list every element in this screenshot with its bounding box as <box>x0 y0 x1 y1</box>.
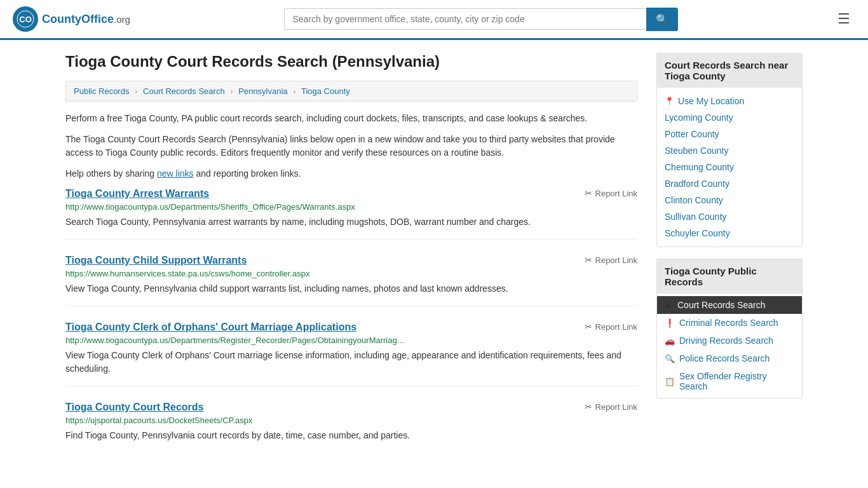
county-link[interactable]: Bradford County <box>665 179 729 189</box>
result-item: Tioga County Clerk of Orphans' Court Mar… <box>65 322 637 386</box>
result-item: Tioga County Arrest Warrants ✂ Report Li… <box>65 188 637 240</box>
result-url[interactable]: http://www.tiogacountypa.us/Departments/… <box>65 202 637 212</box>
results-list: Tioga County Arrest Warrants ✂ Report Li… <box>65 188 637 452</box>
logo-icon: CO <box>13 6 38 32</box>
county-link[interactable]: Sullivan County <box>665 212 726 222</box>
county-link[interactable]: Lycoming County <box>665 112 733 123</box>
sidebar-records-item[interactable]: 🔍 Police Records Search <box>657 349 802 367</box>
county-link[interactable]: Schuyler County <box>665 228 730 238</box>
breadcrumb-public-records[interactable]: Public Records <box>74 86 129 96</box>
search-input[interactable] <box>284 8 646 30</box>
criminal-records-link[interactable]: Criminal Records Search <box>679 318 778 328</box>
logo-text: CountyOffice.org <box>42 13 130 26</box>
county-link[interactable]: Potter County <box>665 129 719 139</box>
report-icon: ✂ <box>585 188 592 198</box>
search-button[interactable]: 🔍 <box>646 8 678 31</box>
hamburger-icon: ☰ <box>837 11 850 27</box>
sidebar-records-item-active[interactable]: 🏛 Court Records Search <box>657 296 802 314</box>
county-link[interactable]: Steuben County <box>665 146 728 156</box>
result-item: Tioga County Child Support Warrants ✂ Re… <box>65 255 637 306</box>
sex-offender-link[interactable]: Sex Offender Registry Search <box>679 371 794 391</box>
public-records-section: Tioga County Public Records 🏛 Court Reco… <box>656 259 803 398</box>
sidebar-records-item[interactable]: 🚗 Driving Records Search <box>657 332 802 349</box>
svg-text:CO: CO <box>19 15 32 24</box>
sidebar-item[interactable]: Potter County <box>657 126 802 142</box>
report-icon: ✂ <box>585 255 592 265</box>
county-link[interactable]: Chemung County <box>665 162 734 172</box>
sidebar-records-item[interactable]: 📋 Sex Offender Registry Search <box>657 367 802 395</box>
criminal-icon: ❗ <box>665 318 675 328</box>
result-desc: View Tioga County Clerk of Orphans' Cour… <box>65 349 637 376</box>
driving-records-link[interactable]: Driving Records Search <box>679 336 773 346</box>
court-icon: 🏛 <box>665 301 673 310</box>
report-link[interactable]: ✂ Report Link <box>585 255 637 265</box>
result-desc: Find Tioga County, Pennsylvania court re… <box>65 429 637 442</box>
result-desc: Search Tioga County, Pennsylvania arrest… <box>65 215 637 229</box>
menu-button[interactable]: ☰ <box>832 8 855 30</box>
description-3: Help others by sharing new links and rep… <box>65 167 637 180</box>
county-link[interactable]: Clinton County <box>665 195 723 205</box>
breadcrumb-court-records[interactable]: Court Records Search <box>143 86 225 96</box>
result-title[interactable]: Tioga County Clerk of Orphans' Court Mar… <box>65 322 356 333</box>
sidebar-item[interactable]: Chemung County <box>657 159 802 175</box>
nearby-title: Court Records Search near Tioga County <box>657 53 802 88</box>
driving-icon: 🚗 <box>665 336 675 346</box>
logo[interactable]: CO CountyOffice.org <box>13 6 130 32</box>
result-url[interactable]: https://www.humanservices.state.pa.us/cs… <box>65 269 637 278</box>
nearby-list: 📍 Use My Location Lycoming County Potter… <box>657 88 802 247</box>
report-link[interactable]: ✂ Report Link <box>585 188 637 198</box>
police-records-link[interactable]: Police Records Search <box>679 353 770 363</box>
result-title[interactable]: Tioga County Arrest Warrants <box>65 188 209 200</box>
report-link[interactable]: ✂ Report Link <box>585 322 637 332</box>
sidebar-item[interactable]: Steuben County <box>657 142 802 159</box>
sidebar-item[interactable]: Lycoming County <box>657 109 802 126</box>
result-title[interactable]: Tioga County Court Records <box>65 402 204 413</box>
police-icon: 🔍 <box>665 354 675 363</box>
public-records-list: 🏛 Court Records Search ❗ Criminal Record… <box>657 294 802 398</box>
public-records-title: Tioga County Public Records <box>657 259 802 294</box>
sidebar-item[interactable]: Schuyler County <box>657 225 802 241</box>
court-records-link[interactable]: Court Records Search <box>677 300 766 310</box>
sidebar: Court Records Search near Tioga County 📍… <box>656 53 803 468</box>
sidebar-item[interactable]: Bradford County <box>657 175 802 192</box>
new-links-link[interactable]: new links <box>157 168 194 179</box>
search-bar: 🔍 <box>284 8 678 31</box>
search-icon: 🔍 <box>656 14 668 25</box>
sidebar-records-item[interactable]: ❗ Criminal Records Search <box>657 314 802 332</box>
description-1: Perform a free Tioga County, PA public c… <box>65 112 637 125</box>
sex-offender-icon: 📋 <box>665 377 675 386</box>
report-icon: ✂ <box>585 322 592 332</box>
result-item: Tioga County Court Records ✂ Report Link… <box>65 402 637 452</box>
use-my-location-link[interactable]: Use My Location <box>678 96 744 106</box>
result-desc: View Tioga County, Pennsylvania child su… <box>65 282 637 295</box>
nearby-section: Court Records Search near Tioga County 📍… <box>656 53 803 247</box>
breadcrumb-pennsylvania[interactable]: Pennsylvania <box>238 86 287 96</box>
page-title: Tioga County Court Records Search (Penns… <box>65 53 637 71</box>
breadcrumb: Public Records › Court Records Search › … <box>65 81 637 102</box>
breadcrumb-tioga-county[interactable]: Tioga County <box>301 86 350 96</box>
description-2: The Tioga County Court Records Search (P… <box>65 133 637 159</box>
result-url[interactable]: http://www.tiogacountypa.us/Departments/… <box>65 336 637 345</box>
result-title[interactable]: Tioga County Child Support Warrants <box>65 255 247 266</box>
report-link[interactable]: ✂ Report Link <box>585 402 637 412</box>
result-url[interactable]: https://ujsportal.pacourts.us/DocketShee… <box>65 416 637 425</box>
location-icon: 📍 <box>665 97 674 105</box>
sidebar-item[interactable]: Clinton County <box>657 192 802 208</box>
report-icon: ✂ <box>585 402 592 412</box>
sidebar-item[interactable]: Sullivan County <box>657 208 802 225</box>
use-my-location-item[interactable]: 📍 Use My Location <box>657 93 802 109</box>
